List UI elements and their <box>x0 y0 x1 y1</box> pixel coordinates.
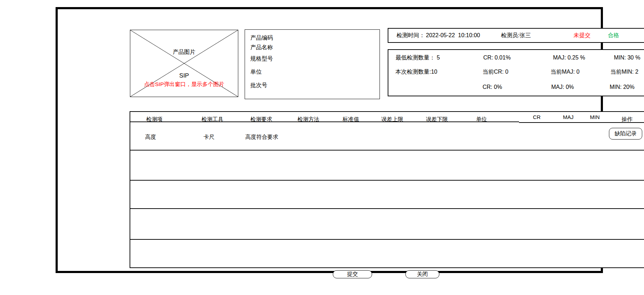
field-label-unit: 单位 <box>250 68 262 75</box>
min-required-qty: 最低检测数量： 5 <box>395 54 440 61</box>
sip-link[interactable]: SIP <box>130 72 238 79</box>
field-label-spec-model: 规格型号 <box>250 55 273 62</box>
row-cell-requirement: 高度符合要求 <box>245 134 278 141</box>
row-separator <box>130 208 644 209</box>
inspection-time-value: 2022-05-22 10:10:00 <box>426 32 480 39</box>
col-header-cr: CR <box>533 114 541 120</box>
defect-record-button[interactable]: 缺陷记录 <box>609 128 642 140</box>
field-label-product-code: 产品编码 <box>250 34 273 41</box>
field-label-product-name: 产品名称 <box>250 44 273 51</box>
row-cell-item: 高度 <box>145 134 156 141</box>
current-cr: 当前CR: 0 <box>483 68 508 75</box>
inspection-dialog-page: 产品图片 SIP 点击SIP弹出窗口，显示多个图片 产品编码 产品名称 规格型号… <box>0 0 644 295</box>
current-qty: 本次检测数量:10 <box>395 68 437 75</box>
maj-rate: MAJ: 0% <box>551 84 574 90</box>
row-separator <box>130 150 644 151</box>
inspection-time-label: 检测时间： <box>397 32 425 39</box>
row-separator <box>130 239 644 240</box>
current-maj: 当前MAJ: 0 <box>551 68 580 75</box>
maj-limit: MAJ: 0.25 % <box>553 54 585 61</box>
sip-hint-text: 点击SIP弹出窗口，显示多个图片 <box>130 81 238 88</box>
inspector-name: 检测员:张三 <box>501 32 531 39</box>
col-header-min: MIN <box>590 114 600 120</box>
header-underline-right <box>519 122 644 123</box>
inspection-stats-panel: 最低检测数量： 5 CR: 0.01% MAJ: 0.25 % MIN: 30 … <box>388 49 644 96</box>
product-image-placeholder: 产品图片 SIP 点击SIP弹出窗口，显示多个图片 <box>130 30 238 97</box>
submit-button[interactable]: 提交 <box>333 270 372 278</box>
dialog-frame: 产品图片 SIP 点击SIP弹出窗口，显示多个图片 产品编码 产品名称 规格型号… <box>56 7 603 273</box>
min-rate: MIN: 20% <box>610 84 634 90</box>
header-underline-left <box>130 121 519 122</box>
row-cell-tool: 卡尺 <box>204 134 215 141</box>
inspection-header-panel: 检测时间： 2022-05-22 10:10:00 检测员:张三 未提交 合格 <box>388 28 644 43</box>
product-info-panel: 产品编码 产品名称 规格型号 单位 批次号 <box>245 29 380 99</box>
result-status-badge: 合格 <box>608 32 619 39</box>
current-min: 当前MIN: 2 <box>610 68 638 75</box>
inspection-table: 检测项 检测工具 检测要求 检测方法 标准值 误差上限 误差下限 单位 CR M… <box>130 111 644 268</box>
row-separator <box>130 180 644 181</box>
cr-rate: CR: 0% <box>483 84 502 90</box>
cr-limit: CR: 0.01% <box>483 54 511 61</box>
col-header-maj: MAJ <box>563 114 574 120</box>
close-button[interactable]: 关闭 <box>405 270 439 278</box>
field-label-batch-no: 批次号 <box>250 82 267 89</box>
product-image-label: 产品图片 <box>130 49 238 56</box>
min-limit: MIN: 30 % <box>614 54 640 61</box>
submit-status-badge: 未提交 <box>574 32 591 39</box>
